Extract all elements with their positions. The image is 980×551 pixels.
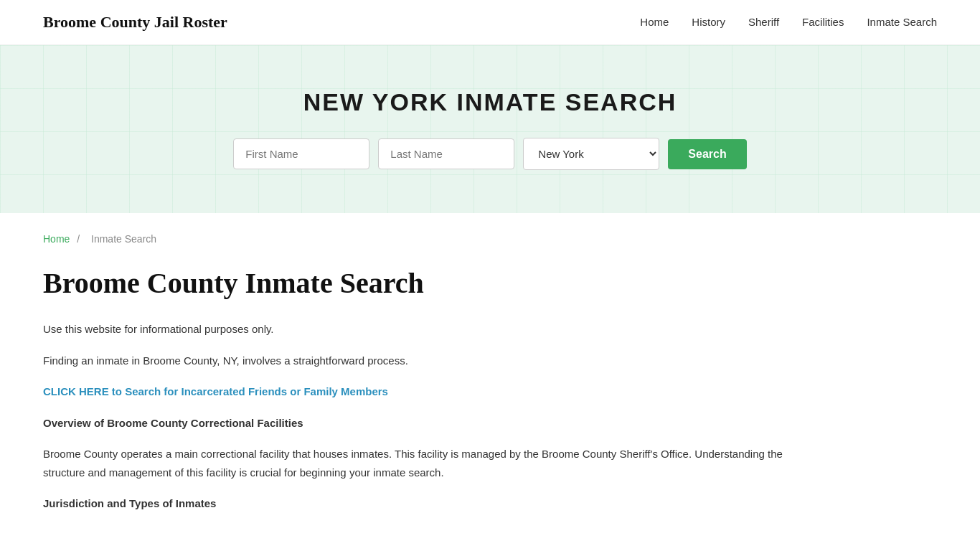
breadcrumb-separator: / xyxy=(77,233,80,245)
last-name-input[interactable] xyxy=(378,138,514,169)
hero-title: NEW YORK INMATE SEARCH xyxy=(14,88,966,116)
jurisdiction-heading: Jurisdiction and Types of Inmates xyxy=(43,494,818,513)
page-heading: Broome County Inmate Search xyxy=(43,266,818,300)
nav-history[interactable]: History xyxy=(692,16,725,28)
intro-para-1: Use this website for informational purpo… xyxy=(43,320,818,339)
nav-home[interactable]: Home xyxy=(640,16,669,28)
breadcrumb-current: Inmate Search xyxy=(91,233,156,245)
hero-section: NEW YORK INMATE SEARCH New York Alabama … xyxy=(0,45,980,213)
search-button[interactable]: Search xyxy=(668,139,746,169)
main-content: Broome County Inmate Search Use this web… xyxy=(0,252,861,551)
first-name-input[interactable] xyxy=(233,138,369,169)
state-select[interactable]: New York Alabama Alaska Arizona Arkansas… xyxy=(523,138,659,170)
breadcrumb-home[interactable]: Home xyxy=(43,233,70,245)
inmate-search-form: New York Alabama Alaska Arizona Arkansas… xyxy=(14,138,966,170)
nav-inmate-search[interactable]: Inmate Search xyxy=(867,16,937,28)
nav-sheriff[interactable]: Sheriff xyxy=(748,16,779,28)
main-nav: Home History Sheriff Facilities Inmate S… xyxy=(640,16,937,29)
intro-para-2: Finding an inmate in Broome County, NY, … xyxy=(43,352,818,370)
nav-facilities[interactable]: Facilities xyxy=(802,16,844,28)
breadcrumb: Home / Inmate Search xyxy=(0,213,980,252)
overview-heading: Overview of Broome County Correctional F… xyxy=(43,414,818,433)
click-here-link[interactable]: CLICK HERE to Search for Incarcerated Fr… xyxy=(43,385,388,397)
site-header: Broome County Jail Roster Home History S… xyxy=(0,0,980,45)
site-logo[interactable]: Broome County Jail Roster xyxy=(43,13,227,32)
overview-text: Broome County operates a main correction… xyxy=(43,445,818,481)
